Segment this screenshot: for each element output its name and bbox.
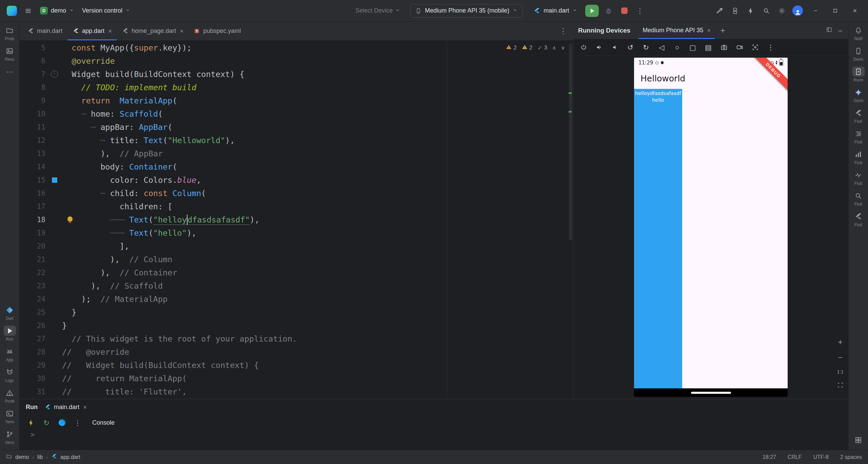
- code-line-17[interactable]: 17 children: [: [20, 200, 573, 213]
- line-number[interactable]: 29: [20, 359, 50, 372]
- maximize-button[interactable]: [826, 3, 844, 18]
- line-number[interactable]: 31: [20, 385, 50, 399]
- volume-up-button[interactable]: [593, 42, 605, 53]
- breadcrumb-project[interactable]: demo: [15, 454, 29, 460]
- code-line-19[interactable]: 19 ─── Text("hello"),: [20, 227, 573, 240]
- close-tab-icon[interactable]: ×: [108, 28, 112, 34]
- line-number[interactable]: 22: [20, 266, 50, 279]
- indent-setting[interactable]: 2 spaces: [840, 454, 862, 460]
- left-stripe-app-inspection[interactable]: App: [1, 346, 19, 362]
- left-stripe-terminal[interactable]: Term: [1, 408, 19, 424]
- line-number[interactable]: 15: [20, 174, 50, 187]
- debug-button[interactable]: [601, 4, 616, 18]
- close-button[interactable]: [846, 3, 864, 18]
- code-line-8[interactable]: 8 // TODO: implement build: [20, 81, 573, 94]
- add-device-tab-button[interactable]: +: [717, 22, 728, 39]
- console-label[interactable]: Console: [92, 419, 115, 426]
- editor-tab-pubspec.yaml[interactable]: pubspec.yaml: [189, 22, 246, 40]
- stop-button[interactable]: [617, 4, 631, 18]
- rotate-right-button[interactable]: ↻: [640, 42, 652, 53]
- next-problem-icon[interactable]: ∨: [561, 45, 565, 51]
- cursor-position[interactable]: 18:27: [763, 454, 776, 460]
- build-tools-button[interactable]: [712, 4, 727, 18]
- zoom-out-button[interactable]: −: [838, 354, 843, 362]
- code-line-26[interactable]: 26}: [20, 319, 573, 332]
- nav-handle[interactable]: [691, 392, 731, 394]
- line-number[interactable]: 19: [20, 227, 50, 240]
- line-number[interactable]: 23: [20, 279, 50, 293]
- right-stripe-flutter-logs[interactable]: Flutt: [849, 211, 868, 227]
- device-selector[interactable]: Medium Phone API 35 (mobile): [410, 4, 522, 18]
- code-line-23[interactable]: 23 ), // Scaffold: [20, 279, 573, 293]
- intention-bulb-icon[interactable]: [67, 216, 73, 221]
- code-line-7[interactable]: 7↑ Widget build(BuildContext context) {: [20, 68, 573, 81]
- editor-scrollbar[interactable]: [569, 43, 572, 240]
- breadcrumb-file[interactable]: app.dart: [60, 454, 80, 460]
- right-stripe-flutter-performance[interactable]: Flutt: [849, 149, 868, 165]
- code-line-27[interactable]: 27 // This widget is the root of your ap…: [20, 332, 573, 346]
- right-stripe-running-devices[interactable]: Runn: [849, 66, 868, 82]
- code-line-22[interactable]: 22 ), // Container: [20, 266, 573, 279]
- code-line-20[interactable]: 20 ],: [20, 240, 573, 253]
- code-line-24[interactable]: 24 ); // MaterialApp: [20, 293, 573, 306]
- screenshot-button[interactable]: [749, 42, 761, 53]
- zoom-actual-button[interactable]: 1:1: [837, 369, 844, 374]
- left-stripe-problems[interactable]: Probl: [1, 388, 19, 404]
- code-editor[interactable]: 5 const MyApp({super.key});6 @override7↑…: [20, 41, 573, 399]
- code-line-18[interactable]: 18 ─── Text("helloydfasdsafasdf"),: [20, 213, 573, 227]
- line-number[interactable]: 6: [20, 55, 50, 68]
- right-stripe-device-manager[interactable]: Devic: [849, 46, 868, 62]
- code-line-5[interactable]: 5 const MyApp({super.key});: [20, 41, 573, 55]
- line-number[interactable]: 7: [20, 68, 50, 81]
- line-number[interactable]: 28: [20, 346, 50, 359]
- panel-layout-button[interactable]: [826, 26, 832, 35]
- right-stripe-flutter-coverage[interactable]: Flutt: [849, 170, 868, 186]
- profiler-button[interactable]: [744, 4, 758, 18]
- close-tab-icon[interactable]: ×: [83, 404, 87, 410]
- color-preview-swatch[interactable]: [52, 177, 58, 183]
- line-number[interactable]: 17: [20, 200, 50, 213]
- code-line-21[interactable]: 21 ), // Column: [20, 253, 573, 266]
- right-stripe-flutter-inspector[interactable]: Flutt: [849, 108, 868, 124]
- emulator-screen[interactable]: 11:29 3G ▲▼ Helloworld: [634, 58, 788, 397]
- hot-reload-button[interactable]: [24, 417, 37, 428]
- more-actions-button[interactable]: ⋮: [633, 4, 647, 18]
- project-selector[interactable]: D demo: [37, 4, 77, 18]
- editor-tab-app.dart[interactable]: app.dart×: [67, 22, 117, 40]
- left-stripe-more-tool-windows[interactable]: ⋯: [1, 66, 19, 77]
- line-number[interactable]: 27: [20, 332, 50, 346]
- right-stripe-window-layouts[interactable]: [849, 435, 868, 445]
- line-number[interactable]: 16: [20, 187, 50, 200]
- device-manager-button[interactable]: [728, 4, 742, 18]
- line-number[interactable]: 26: [20, 319, 50, 332]
- code-line-10[interactable]: 10 ─ home: Scaffold(: [20, 108, 573, 121]
- line-number[interactable]: 12: [20, 134, 50, 147]
- line-number[interactable]: 8: [20, 81, 50, 94]
- more-vert-button[interactable]: ⋮: [765, 42, 777, 53]
- right-stripe-flutter-analysis[interactable]: Flutt: [849, 191, 868, 207]
- code-line-25[interactable]: 25 }: [20, 306, 573, 319]
- zoom-fit-button[interactable]: [837, 382, 844, 390]
- close-tab-icon[interactable]: ×: [180, 28, 183, 34]
- run-button[interactable]: [585, 5, 599, 17]
- line-number[interactable]: 30: [20, 372, 50, 385]
- code-line-15[interactable]: 15 color: Colors.blue,: [20, 174, 573, 187]
- camera-button[interactable]: [718, 42, 730, 53]
- code-line-31[interactable]: 31// title: 'Flutter',: [20, 385, 573, 399]
- encoding[interactable]: UTF-8: [813, 454, 829, 460]
- code-line-12[interactable]: 12 ─ title: Text("Helloworld"),: [20, 134, 573, 147]
- device-tab[interactable]: Medium Phone API 35 ×: [638, 22, 715, 39]
- code-line-16[interactable]: 16 ─ child: const Column(: [20, 187, 573, 200]
- line-number[interactable]: 5: [20, 41, 50, 55]
- editor-tab-home_page.dart[interactable]: home_page.dart×: [117, 22, 189, 40]
- line-number[interactable]: 18: [20, 213, 50, 227]
- left-stripe-version-control[interactable]: Versi: [1, 429, 19, 445]
- code-line-29[interactable]: 29// Widget build(BuildContext context) …: [20, 359, 573, 372]
- line-number[interactable]: 24: [20, 293, 50, 306]
- screen-record-button[interactable]: [733, 42, 746, 53]
- code-line-28[interactable]: 28// @override: [20, 346, 573, 359]
- run-console[interactable]: >: [20, 430, 848, 450]
- fold-button[interactable]: ▤: [702, 42, 714, 53]
- tab-options-icon[interactable]: ⋮: [553, 27, 573, 36]
- line-number[interactable]: 25: [20, 306, 50, 319]
